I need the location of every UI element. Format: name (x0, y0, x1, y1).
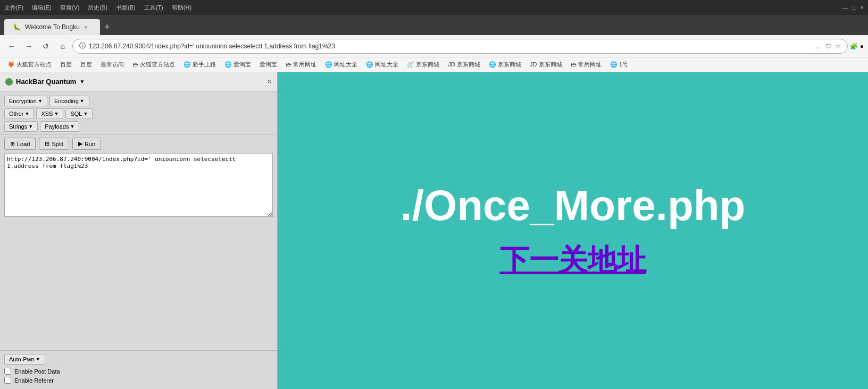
bookmark-9[interactable]: 🌐 网址大全 (322, 60, 361, 70)
refresh-button[interactable]: ↺ (38, 39, 53, 54)
tab-favicon: 🐛 (13, 23, 21, 31)
toolbar-row-1: Encryption▼ Encoding▼ (4, 96, 273, 106)
nav-extra: 🧩 ● (850, 43, 864, 50)
new-tab-button[interactable]: + (100, 19, 114, 35)
address-bar[interactable]: ⓘ 123.206.87.240:9004/1ndex.php?id=' uni… (72, 39, 848, 54)
bookmarks-bar: 🦊 火狐官方站点 百度 百度 最常访问 🗁 火狐官方站点 🌐 新手上路 🌐 爱淘… (0, 57, 868, 72)
window-controls: — □ × (842, 4, 864, 11)
encryption-arrow-icon: ▼ (38, 98, 43, 104)
hackbar-panel: HackBar Quantum ▼ × Encryption▼ Encoding… (0, 72, 278, 389)
bookmark-star-icon[interactable]: ☆ (835, 43, 841, 50)
address-icons: … 🛡 ☆ (816, 43, 841, 50)
menu-history[interactable]: 历史(S) (88, 4, 107, 12)
hackbar-autopwn-section: Auto-Pwn▼ Enable Post Data Enable Refere… (0, 350, 277, 389)
referer-row: Enable Referer (4, 377, 273, 384)
bookmark-0[interactable]: 🦊 火狐官方站点 (4, 60, 55, 70)
browser-wrapper: 文件(F) 编辑(E) 查看(V) 历史(S) 书签(B) 工具(T) 帮助(H… (0, 0, 868, 389)
close-button[interactable]: × (861, 4, 864, 11)
bookmark-13[interactable]: 🌐 京东商城 (486, 60, 524, 70)
menu-file[interactable]: 文件(F) (4, 4, 23, 12)
bookmark-15[interactable]: 🗁 常用网址 (567, 60, 605, 70)
web-content-area: ./Once_More.php 下一关地址 (278, 72, 868, 389)
shield-icon: 🛡 (825, 43, 832, 50)
forward-button[interactable]: → (21, 39, 36, 54)
hackbar-close-button[interactable]: × (267, 77, 272, 87)
secure-icon: ⓘ (79, 41, 86, 50)
next-level-link[interactable]: 下一关地址 (500, 241, 646, 280)
bookmark-5[interactable]: 🌐 新手上路 (180, 60, 219, 70)
encoding-button[interactable]: Encoding▼ (49, 96, 89, 106)
run-icon: ▶ (78, 140, 82, 147)
bookmark-4[interactable]: 🗁 火狐官方站点 (129, 60, 178, 70)
menu-bookmarks[interactable]: 书签(B) (116, 4, 136, 12)
menu-tools[interactable]: 工具(T) (144, 4, 163, 12)
bookmark-2[interactable]: 百度 (77, 60, 95, 70)
load-icon: ⊕ (10, 140, 15, 147)
bookmark-14[interactable]: JD 京东商城 (527, 60, 565, 70)
home-button[interactable]: ⌂ (55, 39, 70, 54)
address-text: 123.206.87.240:9004/1ndex.php?id=' uniou… (89, 43, 813, 50)
referer-label: Enable Referer (14, 377, 54, 384)
bookmark-12[interactable]: JD 京东商城 (445, 60, 484, 70)
post-data-row: Enable Post Data (4, 368, 273, 375)
tab-close-button[interactable]: × (84, 24, 87, 30)
nav-bar: ← → ↺ ⌂ ⓘ 123.206.87.240:9004/1ndex.php?… (0, 35, 868, 57)
menu-view[interactable]: 查看(V) (60, 4, 80, 12)
strings-arrow-icon: ▼ (28, 124, 33, 129)
autopwn-button[interactable]: Auto-Pwn▼ (4, 354, 45, 365)
menu-help[interactable]: 帮助(H) (172, 4, 191, 12)
strings-button[interactable]: Strings▼ (4, 121, 38, 132)
hackbar-toolbar: Encryption▼ Encoding▼ Other▼ XSS▼ SQL (0, 91, 277, 134)
post-data-label: Enable Post Data (14, 368, 60, 375)
load-button[interactable]: ⊕ Load (4, 138, 36, 150)
split-button[interactable]: ⊞ Split (39, 138, 69, 150)
encoding-arrow-icon: ▼ (80, 98, 85, 104)
payloads-button[interactable]: Payloads▼ (40, 121, 79, 132)
payloads-arrow-icon: ▼ (70, 124, 74, 129)
title-bar-menu: 文件(F) 编辑(E) 查看(V) 历史(S) 书签(B) 工具(T) 帮助(H… (4, 4, 191, 12)
hackbar-url-textarea[interactable] (4, 153, 273, 217)
bookmark-7[interactable]: 爱淘宝 (256, 60, 280, 70)
xss-button[interactable]: XSS▼ (36, 108, 63, 119)
xss-arrow-icon: ▼ (54, 111, 59, 116)
hackbar-actions: ⊕ Load ⊞ Split ▶ Run (0, 134, 277, 153)
hackbar-dropdown-icon[interactable]: ▼ (79, 79, 85, 84)
bookmark-8[interactable]: 🗁 常用网址 (282, 60, 320, 70)
extensions-icon[interactable]: 🧩 (850, 43, 858, 50)
active-tab[interactable]: 🐛 Welcome To Bugku × (4, 19, 100, 35)
bookmark-1[interactable]: 百度 (57, 60, 75, 70)
hackbar-title-text: HackBar Quantum (16, 78, 76, 86)
other-button[interactable]: Other▼ (4, 108, 34, 119)
enable-post-data-checkbox[interactable] (4, 368, 11, 375)
toolbar-row-3: Strings▼ Payloads▼ (4, 121, 273, 132)
bookmark-10[interactable]: 🌐 网址大全 (363, 60, 402, 70)
bookmark-16[interactable]: 🌐 1号 (607, 60, 631, 70)
minimize-button[interactable]: — (842, 4, 848, 11)
other-arrow-icon: ▼ (25, 111, 30, 116)
split-icon: ⊞ (45, 140, 49, 147)
hackbar-header: HackBar Quantum ▼ × (0, 72, 277, 91)
title-bar: 文件(F) 编辑(E) 查看(V) 历史(S) 书签(B) 工具(T) 帮助(H… (0, 0, 868, 15)
bookmark-11[interactable]: 🛒 京东商城 (404, 60, 443, 70)
autopwn-arrow-icon: ▼ (36, 357, 40, 362)
hackbar-dot (5, 78, 13, 86)
tab-bar: 🐛 Welcome To Bugku × + (0, 15, 868, 35)
more-icon[interactable]: … (816, 43, 822, 50)
sql-arrow-icon: ▼ (83, 111, 88, 116)
sql-button[interactable]: SQL▼ (65, 108, 93, 119)
bookmark-6[interactable]: 🌐 爱淘宝 (221, 60, 254, 70)
maximize-button[interactable]: □ (853, 4, 856, 11)
page-title: ./Once_More.php (400, 181, 746, 230)
hackbar-textarea-wrap (0, 153, 277, 350)
tab-title: Welcome To Bugku (25, 23, 80, 31)
toolbar-row-2: Other▼ XSS▼ SQL▼ (4, 108, 273, 119)
menu-edit[interactable]: 编辑(E) (32, 4, 52, 12)
account-icon[interactable]: ● (860, 43, 864, 50)
bookmark-3[interactable]: 最常访问 (97, 60, 127, 70)
back-button[interactable]: ← (4, 39, 19, 54)
enable-referer-checkbox[interactable] (4, 377, 11, 384)
run-button[interactable]: ▶ Run (72, 138, 101, 150)
main-area: HackBar Quantum ▼ × Encryption▼ Encoding… (0, 72, 868, 389)
encryption-button[interactable]: Encryption▼ (4, 96, 47, 106)
hackbar-title: HackBar Quantum ▼ (5, 78, 85, 86)
